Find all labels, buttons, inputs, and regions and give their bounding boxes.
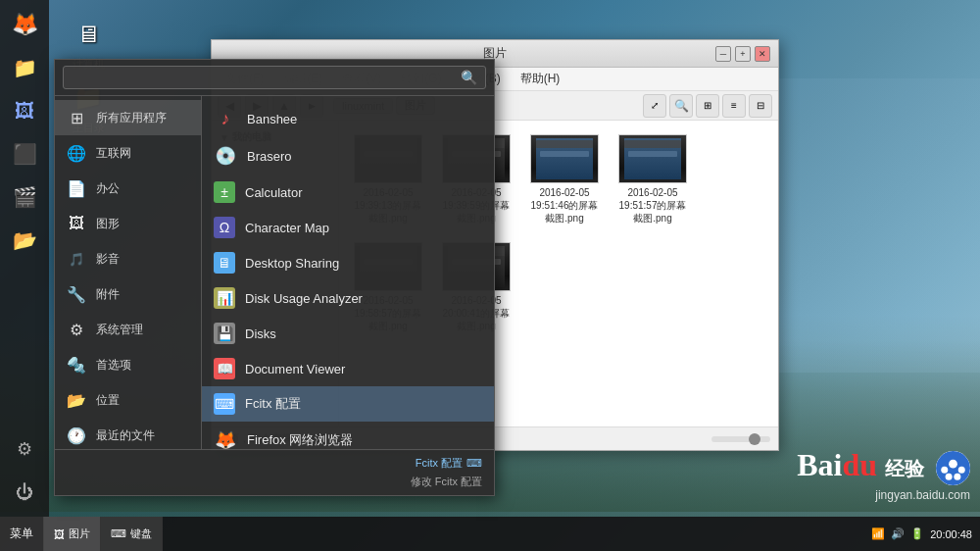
- app-label-charmap: Character Map: [245, 221, 329, 235]
- app-item-docviewer[interactable]: 📖 Document Viewer: [202, 351, 494, 386]
- app-item-disks[interactable]: 💾 Disks: [202, 316, 494, 351]
- app-icon-disks: 💾: [214, 323, 235, 344]
- app-icon-brasero: 💿: [214, 144, 237, 168]
- menu-cat-label: 办公: [96, 180, 120, 197]
- svg-point-3: [958, 467, 965, 474]
- search-button[interactable]: 🔍: [669, 94, 693, 118]
- menu-help[interactable]: 帮助(H): [514, 69, 566, 89]
- taskbar-items: 🖼 图片 ⌨ 键盘: [44, 517, 863, 551]
- view-compact-button[interactable]: ⊟: [749, 94, 772, 118]
- app-item-charmap[interactable]: Ω Character Map: [202, 210, 494, 245]
- menu-footer: Fcitx 配置⌨修改 Fcitx 配置: [55, 449, 494, 495]
- svg-point-5: [954, 474, 960, 480]
- menu-footer-app-name: Fcitx 配置: [416, 456, 463, 471]
- app-label-brasero: Brasero: [247, 149, 292, 164]
- dock-icon-image[interactable]: 🖼: [5, 91, 44, 130]
- app-label-firefox: Firefox 网络浏览器: [247, 431, 353, 449]
- window-maximize-button[interactable]: +: [735, 46, 751, 62]
- menu-cat-places[interactable]: 📂 位置: [55, 382, 201, 418]
- dock-icon-video[interactable]: 🎬: [5, 177, 44, 217]
- svg-point-4: [946, 474, 953, 480]
- menu-cat-label: 系统管理: [96, 322, 143, 338]
- window-close-button[interactable]: ✕: [755, 46, 770, 62]
- app-item-calculator[interactable]: ± Calculator: [202, 175, 494, 210]
- dock-icon-files[interactable]: 📁: [5, 48, 44, 87]
- taskbar-item-label: 键盘: [130, 526, 152, 541]
- cat-icon-places: 📂: [65, 388, 88, 412]
- menu-cat-media[interactable]: 🎵 影音: [55, 241, 201, 276]
- taskbar-right: 📶 🔊 🔋 20:00:48: [863, 527, 980, 540]
- app-label-banshee: Banshee: [247, 112, 297, 126]
- menu-cat-office[interactable]: 📄 办公: [55, 171, 201, 206]
- cat-icon-all: ⊞: [65, 106, 88, 129]
- file-name: 2016-02-05 19:51:57的屏幕 截图.png: [619, 186, 687, 225]
- taskbar-item-pictures[interactable]: 🖼 图片: [44, 517, 101, 551]
- window-minimize-button[interactable]: ─: [715, 46, 731, 62]
- cat-icon-graphics: 🖼: [65, 212, 88, 235]
- app-item-fcitx[interactable]: ⌨ Fcitx 配置: [202, 386, 494, 422]
- app-icon-desktop-sharing: 🖥: [214, 252, 235, 274]
- app-item-firefox[interactable]: 🦊 Firefox 网络浏览器: [202, 422, 494, 449]
- menu-body: ⊞ 所有应用程序 🌐 互联网 📄 办公 🖼 图形 🎵 影音: [55, 96, 494, 449]
- taskbar-clock: 20:00:48: [930, 528, 972, 540]
- desktop: 🖥 计算机 📁 主目录 🦊 📁 🖼 ⬛ 🎬 📂 ⚙ ⏻ 图片 ─ + ✕ 文件(…: [0, 0, 980, 551]
- menu-cat-internet[interactable]: 🌐 互联网: [55, 135, 201, 171]
- app-item-banshee[interactable]: ♪ Banshee: [202, 100, 494, 137]
- dock-icon-terminal[interactable]: ⬛: [5, 134, 44, 174]
- file-name: 2016-02-05 19:51:46的屏幕 截图.png: [531, 186, 599, 225]
- menu-cat-graphics[interactable]: 🖼 图形: [55, 206, 201, 241]
- battery-icon: 🔋: [910, 527, 924, 540]
- toolbar-right: ⤢ 🔍 ⊞ ≡ ⊟: [643, 94, 772, 118]
- app-icon-calculator: ±: [214, 181, 235, 203]
- cat-icon-office: 📄: [65, 176, 88, 200]
- menu-cat-accessories[interactable]: 🔧 附件: [55, 276, 201, 312]
- menu-search-bar: 🔍: [55, 60, 494, 96]
- app-icon-docviewer: 📖: [214, 358, 235, 379]
- menu-cat-recent[interactable]: 🕐 最近的文件: [55, 418, 201, 449]
- dock-icon-power[interactable]: ⏻: [5, 473, 44, 512]
- menu-cat-all-apps[interactable]: ⊞ 所有应用程序: [55, 100, 201, 135]
- menu-cat-system[interactable]: ⚙ 系统管理: [55, 312, 201, 347]
- app-label-fcitx: Fcitx 配置: [245, 395, 301, 413]
- zoom-button[interactable]: ⤢: [643, 94, 666, 118]
- search-icon: 🔍: [461, 70, 477, 85]
- dock-icon-settings[interactable]: ⚙: [5, 429, 44, 469]
- left-dock: 🦊 📁 🖼 ⬛ 🎬 📂 ⚙ ⏻: [0, 0, 49, 517]
- zoom-slider[interactable]: [711, 436, 770, 442]
- cat-icon-accessories: 🔧: [65, 282, 88, 306]
- app-icon-banshee: ♪: [214, 107, 237, 130]
- app-icon-fcitx: ⌨: [214, 393, 235, 415]
- file-item[interactable]: 2016-02-05 19:51:46的屏幕 截图.png: [525, 130, 604, 228]
- menu-cat-label: 首选项: [96, 357, 131, 374]
- menu-search-container: 🔍: [63, 66, 486, 89]
- start-button[interactable]: 菜单: [0, 517, 44, 551]
- menu-footer-hint: 修改 Fcitx 配置: [411, 475, 482, 489]
- taskbar-item-keyboard[interactable]: ⌨ 键盘: [101, 517, 163, 551]
- dock-icon-folder[interactable]: 📂: [5, 221, 44, 260]
- dock-icon-firefox[interactable]: 🦊: [5, 5, 44, 44]
- watermark: Baidu 经验 jingyan.baidu.com: [797, 447, 970, 502]
- menu-cat-label: 图形: [96, 216, 120, 232]
- menu-search-input[interactable]: [72, 71, 477, 84]
- app-icon-disk-usage: 📊: [214, 287, 235, 309]
- app-menu: 🔍 ⊞ 所有应用程序 🌐 互联网 📄 办公 🖼 图形: [54, 59, 495, 496]
- file-item[interactable]: 2016-02-05 19:51:57的屏幕 截图.png: [613, 130, 692, 228]
- svg-point-2: [941, 467, 948, 474]
- file-thumbnail: [618, 134, 687, 183]
- app-icon-firefox: 🦊: [214, 428, 237, 449]
- app-item-disk-usage[interactable]: 📊 Disk Usage Analyzer: [202, 280, 494, 316]
- app-item-desktop-sharing[interactable]: 🖥 Desktop Sharing: [202, 245, 494, 280]
- file-thumbnail: [530, 134, 599, 183]
- view-list-button[interactable]: ≡: [722, 94, 746, 118]
- volume-icon: 🔊: [891, 527, 905, 540]
- app-item-brasero[interactable]: 💿 Brasero: [202, 137, 494, 175]
- watermark-sub: jingyan.baidu.com: [797, 488, 970, 502]
- taskbar-item-icon: ⌨: [111, 527, 126, 540]
- app-label-calculator: Calculator: [245, 185, 303, 200]
- view-icons-button[interactable]: ⊞: [696, 94, 719, 118]
- menu-cat-prefs[interactable]: 🔩 首选项: [55, 347, 201, 382]
- menu-categories: ⊞ 所有应用程序 🌐 互联网 📄 办公 🖼 图形 🎵 影音: [55, 96, 202, 449]
- menu-cat-label: 附件: [96, 286, 120, 303]
- menu-cat-label: 所有应用程序: [96, 110, 167, 126]
- menu-cat-label: 影音: [96, 251, 120, 268]
